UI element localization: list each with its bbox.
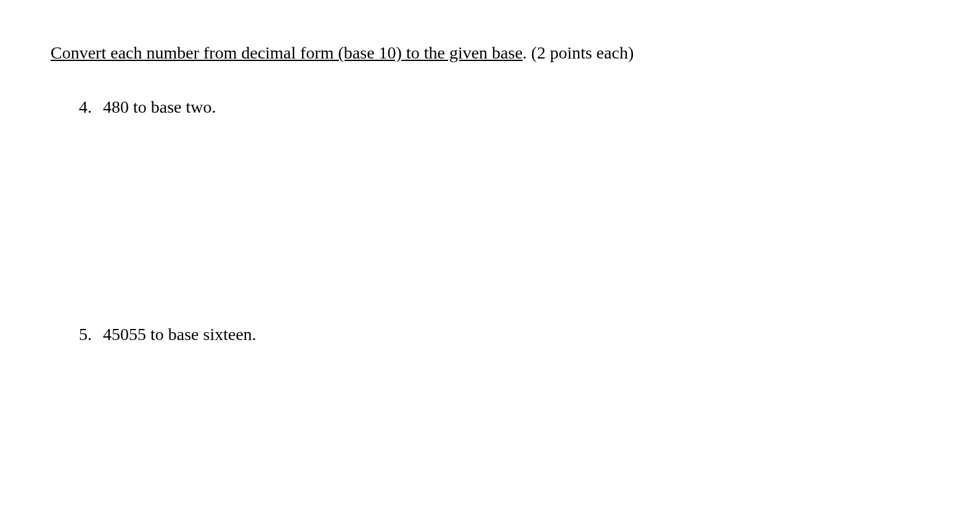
question-text: 480 to base two. (103, 97, 216, 116)
question-5: 5.45055 to base sixteen. (79, 323, 980, 346)
question-4: 4.480 to base two. (79, 96, 980, 118)
questions-container: 4.480 to base two. 5.45055 to base sixte… (51, 96, 980, 346)
question-number: 5. (79, 323, 92, 346)
question-text: 45055 to base sixteen. (103, 325, 256, 344)
instruction-heading: Convert each number from decimal form (b… (51, 42, 980, 64)
instruction-underlined-text: Convert each number from decimal form (b… (51, 43, 523, 62)
instruction-trailing-text: . (2 points each) (523, 43, 634, 62)
question-number: 4. (79, 96, 92, 118)
